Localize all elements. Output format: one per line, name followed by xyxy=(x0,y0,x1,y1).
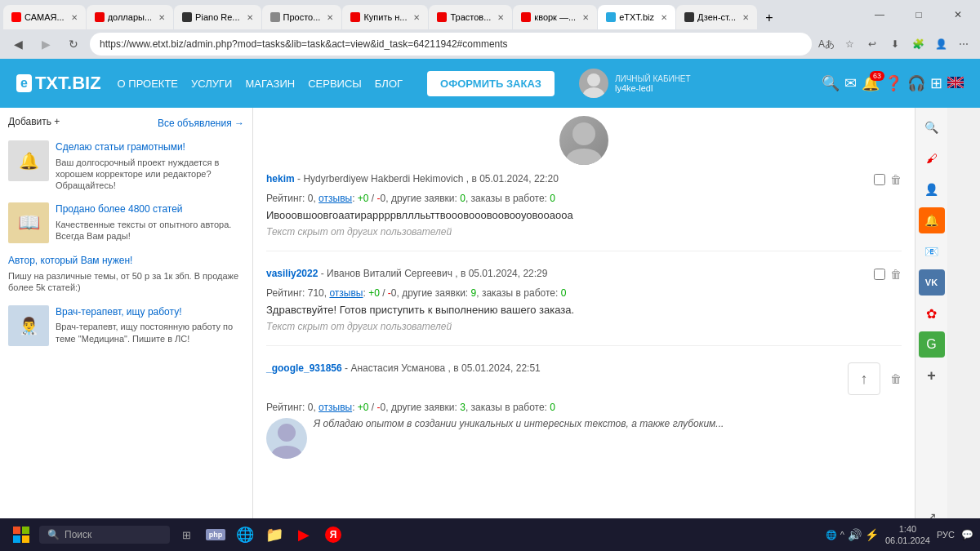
tab-close-9[interactable]: ✕ xyxy=(742,13,749,22)
right-icon-plus[interactable]: + xyxy=(919,362,945,389)
ad-title-1[interactable]: Сделаю статьи грамотными! xyxy=(56,141,185,153)
download-icon[interactable]: ⬇ xyxy=(885,34,905,54)
tab-close-2[interactable]: ✕ xyxy=(158,13,165,22)
taskbar-yandex[interactable]: Я xyxy=(320,522,346,548)
browser-tab-2[interactable]: доллары... ✕ xyxy=(87,5,173,29)
right-icon-green[interactable]: G xyxy=(919,331,945,358)
back-button[interactable]: ◀ xyxy=(7,33,29,56)
browser-tab-active[interactable]: eTXT.biz ✕ xyxy=(598,5,675,29)
browser-tab-5[interactable]: Купить н... ✕ xyxy=(342,5,428,29)
menu-icon[interactable]: ⋯ xyxy=(954,34,973,54)
grid-icon[interactable]: ⊞ xyxy=(930,74,942,92)
taskbar-system-tray[interactable]: 🌐 ^ 🔊 ⚡ xyxy=(826,528,879,541)
translate-icon[interactable]: Aあ xyxy=(817,34,836,54)
headset-icon[interactable]: 🎧 xyxy=(907,74,925,92)
comment-username-1[interactable]: hekim xyxy=(266,173,295,184)
forward-button[interactable]: ▶ xyxy=(34,33,57,56)
reviews-link-3[interactable]: отзывы xyxy=(318,402,352,413)
rating-value-2: 710 xyxy=(308,287,324,299)
browser-tab-3[interactable]: Piano Re... ✕ xyxy=(174,5,261,29)
comment-delete-1[interactable]: 🗑 xyxy=(890,173,902,186)
task-view-icon[interactable]: ⊞ xyxy=(173,522,199,548)
right-icon-search[interactable]: 🔍 xyxy=(919,114,945,140)
address-bar[interactable] xyxy=(90,33,812,56)
tab-close-5[interactable]: ✕ xyxy=(413,13,420,22)
taskbar-files[interactable]: 📁 xyxy=(261,522,287,548)
nav-blog[interactable]: БЛОГ xyxy=(375,78,403,90)
language-icon[interactable] xyxy=(947,75,964,92)
comment-delete-3[interactable]: 🗑 xyxy=(890,372,902,385)
tab-close-6[interactable]: ✕ xyxy=(497,13,504,22)
taskbar-php[interactable]: php xyxy=(203,522,229,548)
nav-about[interactable]: О ПРОЕКТЕ xyxy=(118,78,178,90)
content-area[interactable]: hekim - Hydyrberdiyew Hakberdi Hekimovic… xyxy=(253,108,915,551)
site-logo[interactable]: e TXT.BIZ xyxy=(16,73,101,94)
comment-date-1: 05.01.2024, 22:20 xyxy=(479,173,559,184)
search-header-icon[interactable]: 🔍 xyxy=(822,74,840,92)
taskbar-youtube[interactable]: ▶ xyxy=(291,522,317,548)
start-button[interactable] xyxy=(7,520,36,549)
reload-button[interactable]: ↻ xyxy=(62,33,85,56)
svg-rect-8 xyxy=(22,527,29,534)
nav-serv[interactable]: СЕРВИСЫ xyxy=(308,78,362,90)
comment-text-1: Ивооовшоовгоаатираррррвлллььттвооовооово… xyxy=(266,209,902,221)
reviews-link-2[interactable]: отзывы xyxy=(329,287,363,299)
in-work-3: 0 xyxy=(550,402,555,413)
taskbar-edge[interactable]: 🌐 xyxy=(232,522,258,548)
tab-close-7[interactable]: ✕ xyxy=(582,13,589,22)
svg-point-1 xyxy=(583,87,604,98)
standalone-ad-title-1[interactable]: Автор, который Вам нужен! xyxy=(8,255,244,268)
notification-icon[interactable]: 🔔 63 xyxy=(862,74,880,92)
ad-item-3: 👨‍⚕️ Врач-терапевт, ищу работу! Врач-тер… xyxy=(8,305,244,346)
browser-tab-6[interactable]: Трастов... ✕ xyxy=(429,5,512,29)
all-ads-link[interactable]: Все объявления → xyxy=(158,118,244,129)
right-icon-outlook[interactable]: 📧 xyxy=(919,238,945,264)
scroll-to-top-button[interactable]: ↑ xyxy=(848,362,880,395)
right-icon-bell[interactable]: 🔔 xyxy=(919,207,945,233)
comment-delete-2[interactable]: 🗑 xyxy=(890,268,902,281)
comment-username-3[interactable]: _google_931856 xyxy=(266,362,342,374)
comment-fullname-1: Hydyrberdiyew Hakberdi Hekimovich xyxy=(303,173,463,184)
tab-close-active[interactable]: ✕ xyxy=(661,13,667,22)
comment-fullname-3: Анастасия Усманова xyxy=(350,362,445,374)
comment-checkbox-1[interactable] xyxy=(874,174,885,185)
tab-close-4[interactable]: ✕ xyxy=(327,13,333,22)
history-icon[interactable]: ↩ xyxy=(862,34,882,54)
nav-services[interactable]: УСЛУГИ xyxy=(191,78,232,90)
profile-icon[interactable]: 👤 xyxy=(931,34,951,54)
minimize-button[interactable]: — xyxy=(861,2,898,28)
browser-tab-9[interactable]: Дзен-ст... ✕ xyxy=(676,5,757,29)
maximize-button[interactable]: □ xyxy=(900,2,938,28)
left-sidebar: Добавить + Все объявления → 🔔 Сделаю ста… xyxy=(0,108,253,551)
mail-icon[interactable]: ✉ xyxy=(844,74,857,92)
comment-1: hekim - Hydyrberdiyew Hakberdi Hekimovic… xyxy=(266,173,902,251)
tab-close-3[interactable]: ✕ xyxy=(247,13,253,22)
language-indicator[interactable]: РУС xyxy=(937,530,955,540)
reviews-link-1[interactable]: отзывы xyxy=(318,193,352,204)
right-icon-user[interactable]: 👤 xyxy=(919,176,945,202)
right-icon-flower[interactable]: ✿ xyxy=(919,300,945,327)
order-button[interactable]: ОФОРМИТЬ ЗАКАЗ xyxy=(427,71,555,96)
tab-close-1[interactable]: ✕ xyxy=(71,13,78,22)
standalone-ad-title-2[interactable]: Врач-терапевт, ищу работу! xyxy=(56,306,181,318)
right-icon-brush[interactable]: 🖌 xyxy=(919,145,945,171)
svg-rect-10 xyxy=(22,535,29,543)
extensions-icon[interactable]: 🧩 xyxy=(908,34,928,54)
taskbar-time: 1:40 06.01.2024 xyxy=(885,523,930,547)
bookmark-icon[interactable]: ☆ xyxy=(840,34,859,54)
ad-title-2[interactable]: Продано более 4800 статей xyxy=(56,203,183,215)
help-icon[interactable]: ❓ xyxy=(884,74,902,92)
browser-tab-1[interactable]: САМАЯ... ✕ xyxy=(3,5,86,29)
add-ad-button[interactable]: Добавить + xyxy=(8,116,60,127)
comment-username-2[interactable]: vasiliy2022 xyxy=(266,268,318,279)
browser-tab-4[interactable]: Просто... ✕ xyxy=(262,5,342,29)
notification-center[interactable]: 💬 xyxy=(961,529,973,540)
nav-shop[interactable]: МАГАЗИН xyxy=(245,78,295,90)
rating-value-3: 0 xyxy=(308,402,314,413)
new-tab-button[interactable]: + xyxy=(758,7,781,29)
right-icon-vk[interactable]: VK xyxy=(919,269,945,295)
close-button[interactable]: ✕ xyxy=(939,2,977,28)
browser-tab-7[interactable]: кворк —... ✕ xyxy=(513,5,597,29)
comment-checkbox-2[interactable] xyxy=(874,269,885,280)
taskbar-search[interactable]: 🔍 Поиск xyxy=(39,526,170,544)
